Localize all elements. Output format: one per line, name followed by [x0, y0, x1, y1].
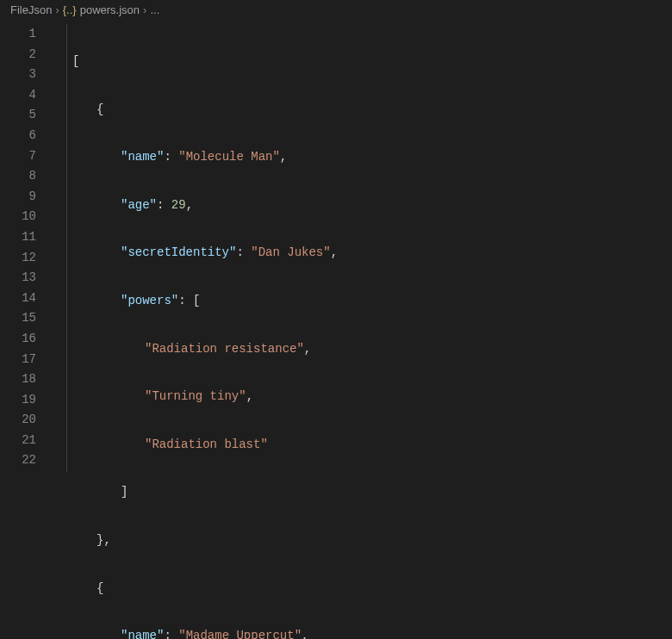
code-token: : [178, 294, 193, 307]
line-number: 22 [0, 450, 36, 471]
code-token: , [280, 150, 287, 164]
code-content[interactable]: [ { "name": "Molecule Man", "age": 29, "… [48, 19, 352, 639]
breadcrumb-file[interactable]: powers.json [80, 3, 140, 16]
json-file-icon: {..} [63, 3, 77, 16]
code-token: 29 [171, 198, 186, 212]
code-token: : [164, 629, 178, 639]
line-number: 15 [0, 308, 36, 329]
line-number: 5 [0, 105, 36, 126]
code-token: "Radiation resistance" [145, 342, 304, 356]
line-number: 13 [0, 268, 36, 288]
code-token: "Dan Jukes" [251, 245, 330, 259]
code-token: "Radiation blast" [145, 437, 268, 451]
breadcrumb-more[interactable]: ... [150, 3, 159, 16]
line-number: 14 [0, 288, 36, 309]
breadcrumb-folder[interactable]: FileJson [10, 3, 52, 16]
code-token: "name" [121, 150, 164, 164]
code-token: , [246, 389, 253, 403]
code-token: { [96, 581, 103, 595]
line-number: 17 [0, 350, 36, 370]
line-number: 4 [0, 85, 36, 106]
code-token: "secretIdentity" [121, 245, 236, 259]
code-token: { [96, 102, 103, 116]
chevron-right-icon: › [143, 3, 146, 16]
line-number: 16 [0, 329, 36, 350]
code-token: [ [72, 54, 79, 68]
code-token: , [304, 342, 311, 356]
code-token: : [164, 150, 178, 164]
line-number: 8 [0, 166, 36, 187]
line-number: 3 [0, 65, 36, 85]
code-token: , [331, 245, 338, 259]
line-number: 9 [0, 187, 36, 208]
line-number: 19 [0, 390, 36, 411]
line-number: 7 [0, 146, 36, 167]
code-token: [ [193, 294, 200, 307]
code-token: , [186, 198, 193, 212]
code-token: : [236, 245, 251, 259]
line-number: 11 [0, 227, 36, 248]
code-token: ] [121, 485, 128, 499]
code-token: "Madame Uppercut" [178, 629, 302, 639]
line-number: 20 [0, 410, 36, 431]
line-number: 1 [0, 24, 36, 45]
code-token: "powers" [121, 294, 178, 307]
breadcrumb[interactable]: FileJson › {..} powers.json › ... [0, 0, 672, 19]
line-number-gutter: 1 2 3 4 5 6 7 8 9 10 11 12 13 14 15 16 1… [0, 19, 48, 639]
line-number: 10 [0, 207, 36, 227]
line-number: 21 [0, 431, 36, 451]
code-token: , [302, 629, 308, 639]
code-token: : [157, 198, 171, 212]
code-token: "Turning tiny" [145, 389, 246, 403]
line-number: 18 [0, 369, 36, 390]
line-number: 2 [0, 45, 36, 65]
chevron-right-icon: › [55, 3, 59, 16]
code-editor[interactable]: 1 2 3 4 5 6 7 8 9 10 11 12 13 14 15 16 1… [0, 19, 672, 639]
code-token: }, [96, 533, 111, 547]
indent-guide [66, 24, 67, 472]
line-number: 12 [0, 248, 36, 269]
code-token: "age" [121, 198, 157, 212]
line-number: 6 [0, 126, 36, 146]
code-token: "name" [121, 629, 164, 639]
code-token: "Molecule Man" [178, 150, 280, 164]
